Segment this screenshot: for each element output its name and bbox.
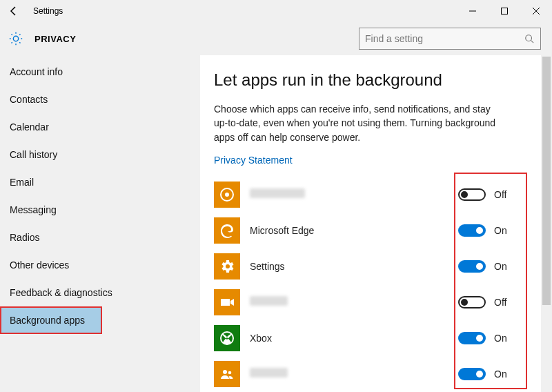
sidebar-item-feedback-diagnostics[interactable]: Feedback & diagnostics (0, 279, 200, 306)
svg-point-11 (228, 371, 232, 375)
annotation-highlight-toggles: Off On On Off On On (454, 173, 527, 389)
toggle-switch[interactable] (458, 296, 486, 308)
target-icon (214, 182, 240, 208)
toggle-label: On (494, 225, 507, 236)
video-icon (214, 289, 240, 315)
svg-line-5 (531, 41, 534, 43)
toggle-row: On (458, 248, 523, 284)
obscured-text (250, 368, 288, 378)
sidebar-item-other-devices[interactable]: Other devices (0, 251, 200, 279)
scrollbar-thumb[interactable] (542, 57, 551, 305)
toggle-row: Off (458, 177, 523, 213)
close-button[interactable] (520, 0, 552, 22)
svg-rect-8 (221, 299, 230, 306)
close-icon (533, 8, 540, 14)
minimize-icon (469, 8, 476, 14)
maximize-icon (501, 8, 508, 14)
toggle-row: On (458, 320, 523, 356)
annotation-highlight: Background apps (0, 306, 102, 334)
privacy-statement-link[interactable]: Privacy Statement (214, 155, 293, 166)
toggle-switch[interactable] (458, 260, 486, 273)
toggle-switch[interactable] (458, 368, 486, 380)
toggle-row: On (458, 356, 523, 392)
sidebar-item-label: Feedback & diagnostics (10, 287, 112, 298)
window-title: Settings (33, 6, 63, 16)
scrollbar[interactable] (541, 55, 552, 392)
sidebar-item-calendar[interactable]: Calendar (0, 113, 200, 141)
body: Account info Contacts Calendar Call hist… (0, 55, 552, 392)
section-heading: Let apps run in the background (214, 70, 531, 90)
search-box[interactable] (359, 28, 541, 50)
sidebar-item-background-apps[interactable]: Background apps (0, 306, 102, 334)
svg-point-10 (223, 370, 227, 374)
toggle-row: On (458, 213, 523, 248)
minimize-button[interactable] (457, 0, 489, 22)
sidebar-item-label: Radios (10, 232, 40, 243)
page-title: PRIVACY (34, 34, 76, 44)
window-controls (457, 0, 552, 22)
settings-gear-icon (8, 31, 23, 46)
sidebar-item-label: Messaging (10, 204, 57, 215)
sidebar-item-contacts[interactable]: Contacts (0, 86, 200, 113)
sidebar-item-label: Contacts (10, 94, 48, 105)
search-icon (518, 34, 540, 43)
svg-point-4 (526, 35, 532, 41)
sidebar: Account info Contacts Calendar Call hist… (0, 55, 200, 392)
sidebar-item-label: Calendar (10, 121, 49, 133)
xbox-icon (214, 325, 240, 351)
maximize-button[interactable] (489, 0, 520, 22)
toggle-switch[interactable] (458, 224, 486, 237)
sidebar-item-account-info[interactable]: Account info (0, 58, 200, 86)
toggle-row: Off (458, 284, 523, 320)
sidebar-item-radios[interactable]: Radios (0, 224, 200, 251)
svg-point-7 (225, 193, 229, 197)
sidebar-item-label: Account info (10, 66, 63, 77)
main-content: Let apps run in the background Choose wh… (200, 55, 552, 392)
people-icon (214, 361, 240, 387)
toggle-label: On (494, 333, 507, 344)
gear-icon (214, 253, 240, 280)
back-button[interactable] (0, 0, 28, 22)
sidebar-item-label: Background apps (10, 315, 85, 326)
toggle-label: On (494, 369, 507, 380)
search-input[interactable] (359, 33, 518, 44)
sidebar-item-email[interactable]: Email (0, 168, 200, 196)
toggle-switch[interactable] (458, 332, 486, 344)
edge-icon (214, 217, 240, 244)
sidebar-item-label: Email (10, 177, 34, 188)
arrow-left-icon (8, 6, 19, 17)
toggle-label: Off (494, 297, 506, 308)
sidebar-item-label: Other devices (10, 259, 69, 271)
sidebar-item-call-history[interactable]: Call history (0, 141, 200, 168)
svg-rect-1 (502, 8, 508, 14)
obscured-text (250, 188, 305, 198)
sidebar-item-messaging[interactable]: Messaging (0, 196, 200, 224)
sidebar-item-label: Call history (10, 149, 57, 160)
obscured-text (250, 296, 288, 306)
toggle-label: On (494, 261, 507, 272)
toggle-label: Off (494, 189, 506, 200)
header: PRIVACY (0, 22, 552, 55)
toggle-switch[interactable] (458, 188, 486, 201)
titlebar: Settings (0, 0, 552, 22)
section-description: Choose which apps can receive info, send… (214, 102, 504, 144)
